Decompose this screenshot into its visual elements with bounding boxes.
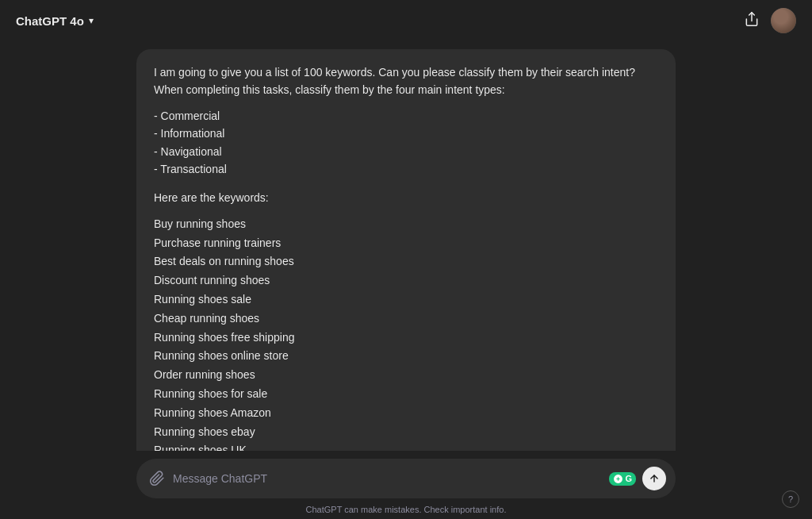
intent-type-1: - Commercial (154, 107, 658, 125)
footer-note: ChatGPT can make mistakes. Check importa… (306, 498, 507, 519)
avatar[interactable] (771, 8, 796, 33)
intent-type-2: - Informational (154, 125, 658, 142)
keywords-intro: Here are the keywords: (154, 189, 658, 206)
keyword-11-row: Running shoes Amazon (154, 404, 658, 423)
keyword-6: Cheap running shoes (154, 309, 658, 329)
header-right (744, 8, 796, 33)
header-left: ChatGPT 4o ▾ (16, 14, 94, 28)
keyword-9: Order running shoes (154, 366, 658, 385)
message-input[interactable] (173, 472, 601, 485)
attach-button[interactable] (149, 471, 165, 486)
input-area: G ChatGPT can make mistakes. Check impor… (0, 451, 812, 519)
header: ChatGPT 4o ▾ (0, 0, 812, 41)
keyword-11: Running shoes Amazon (154, 404, 271, 423)
gpt-label: G (625, 474, 632, 483)
keyword-8: Running shoes online store (154, 347, 658, 366)
input-right-icons: G (609, 467, 666, 490)
keyword-1: Buy running shoes (154, 215, 658, 234)
intent-type-3: - Navigational (154, 143, 658, 160)
share-icon[interactable] (744, 11, 760, 31)
keyword-5: Running shoes sale (154, 290, 658, 309)
send-button[interactable] (642, 467, 666, 490)
keyword-4: Discount running shoes (154, 271, 658, 290)
app-title: ChatGPT 4o (16, 14, 84, 28)
keyword-10: Running shoes for sale (154, 385, 658, 404)
chevron-down-icon[interactable]: ▾ (89, 15, 94, 26)
message-intro: I am going to give you a list of 100 key… (154, 63, 658, 99)
assistant-message: I am going to give you a list of 100 key… (136, 49, 676, 451)
keyword-list: Buy running shoes Purchase running train… (154, 215, 658, 451)
input-container: G (136, 459, 676, 498)
main-content: I am going to give you a list of 100 key… (0, 41, 812, 451)
keyword-3: Best deals on running shoes (154, 252, 658, 271)
help-button[interactable]: ? (782, 490, 799, 508)
keyword-12-row: Running shoes ebay (154, 423, 658, 442)
keyword-2: Purchase running trainers (154, 234, 658, 253)
intent-type-4: - Transactional (154, 160, 658, 178)
messages-container: I am going to give you a list of 100 key… (136, 49, 676, 451)
keyword-7: Running shoes free shipping (154, 329, 658, 348)
avatar-image (771, 8, 796, 33)
voice-search-btn[interactable]: G (609, 472, 636, 486)
keyword-13: Running shoes UK (154, 441, 658, 451)
keyword-12: Running shoes ebay (154, 423, 255, 442)
intent-types-list: - Commercial - Informational - Navigatio… (154, 107, 658, 179)
